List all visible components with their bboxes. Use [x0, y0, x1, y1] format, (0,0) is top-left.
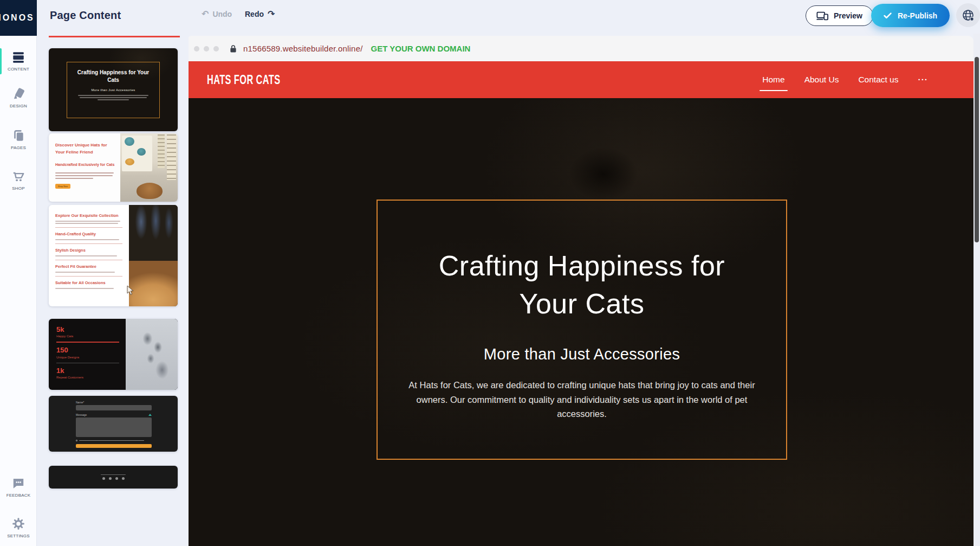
- thumb-stats-text: 5k Happy Cats 150 Unique Designs 1k Repe…: [49, 319, 126, 390]
- section-thumbnail-hero[interactable]: Crafting Happiness for Your Cats More th…: [49, 48, 178, 131]
- stat-value: 5k: [56, 326, 126, 333]
- hero-subtitle: More than Just Accessories: [484, 345, 680, 363]
- text-placeholder-line: [78, 95, 148, 96]
- sidebar-item-label: SETTINGS: [7, 534, 30, 538]
- preview-button[interactable]: Preview: [806, 5, 873, 26]
- thumb-discover-heading: Discover Unique Hats for Your Feline Fri…: [55, 142, 116, 156]
- thumb-feature-heading: Hand-Crafted Quality: [55, 232, 122, 236]
- text-placeholder-line: [55, 221, 120, 222]
- thumb-shop-now-button: Shop Now: [55, 184, 70, 189]
- page-title: Page Content: [50, 9, 121, 22]
- sidebar-item-design[interactable]: DESIGN: [0, 87, 37, 108]
- sidebar-item-label: DESIGN: [10, 104, 27, 108]
- redo-label: Redo: [245, 10, 264, 18]
- browser-bar: n1566589.websitebuilder.online/ GET YOUR…: [186, 36, 973, 61]
- social-icon: [102, 477, 105, 480]
- text-placeholder-line: [55, 272, 115, 273]
- form-submit-button: [76, 444, 152, 448]
- site-nav: Home About Us Contact us ···: [762, 75, 928, 85]
- undo-button[interactable]: ↶ Undo: [202, 10, 232, 18]
- preview-label: Preview: [834, 11, 862, 20]
- nav-item-about-us[interactable]: About Us: [804, 75, 839, 85]
- redo-button[interactable]: Redo ↷: [245, 10, 275, 18]
- thumb-stats-photo-pawprint: [126, 319, 178, 390]
- shop-cart-icon: [11, 169, 25, 183]
- photo-window: [129, 205, 178, 261]
- divider: [55, 260, 122, 260]
- domain-globe-button[interactable]: [956, 3, 980, 27]
- sidebar-item-content[interactable]: CONTENT: [0, 50, 37, 72]
- sidebar-item-label: PAGES: [11, 145, 26, 150]
- sidebar-item-label: SHOP: [12, 186, 24, 191]
- section-thumbnail-features[interactable]: Explore Our Exquisite Collection Hand-Cr…: [49, 205, 178, 306]
- section-thumbnail-discover[interactable]: Discover Unique Hats for Your Feline Fri…: [49, 133, 178, 202]
- thumb-discover-subheading: Handcrafted Exclusively for Cats: [55, 163, 115, 166]
- form-accent-icon: [148, 414, 152, 416]
- nav-item-contact-us[interactable]: Contact us: [858, 75, 898, 85]
- page-scrollbar-track[interactable]: [973, 34, 980, 546]
- browser-dot: [213, 46, 219, 52]
- site-hero-section[interactable]: Crafting Happiness for Your Cats More th…: [186, 98, 973, 546]
- lock-icon: [230, 44, 237, 53]
- form-input: [76, 405, 152, 410]
- thumb-hero-subtitle: More than Just Accessories: [91, 88, 135, 92]
- pages-icon: [11, 129, 25, 143]
- sidebar-item-shop[interactable]: SHOP: [0, 169, 37, 191]
- browser-dot: [204, 46, 209, 52]
- text-placeholder-line: [55, 175, 113, 176]
- social-icon: [115, 477, 118, 480]
- stat-value: 1k: [56, 367, 126, 375]
- get-your-own-domain-link[interactable]: GET YOUR OWN DOMAIN: [371, 44, 471, 53]
- social-icon: [109, 477, 112, 480]
- divider: [56, 342, 119, 343]
- divider: [55, 243, 122, 244]
- text-placeholder-line: [101, 474, 126, 476]
- text-placeholder-line: [55, 255, 117, 256]
- form-checkbox: [76, 440, 77, 441]
- form-textarea: [76, 417, 152, 437]
- form-field-label: Name*: [76, 401, 152, 404]
- footer-social-icons: [102, 477, 125, 480]
- text-placeholder-line: [55, 172, 114, 174]
- divider: [55, 276, 122, 277]
- nav-item-home[interactable]: Home: [762, 75, 784, 85]
- section-thumbnail-stats[interactable]: 5k Happy Cats 150 Unique Designs 1k Repe…: [49, 319, 178, 390]
- sidebar-item-settings[interactable]: SETTINGS: [0, 517, 37, 538]
- sidebar-item-pages[interactable]: PAGES: [0, 129, 37, 150]
- republish-label: Re-Publish: [898, 11, 937, 20]
- social-icon: [122, 477, 125, 480]
- stat-label: Repeat Customers: [56, 376, 126, 379]
- site-logo[interactable]: HATS FOR CATS: [207, 73, 281, 87]
- design-icon: [11, 87, 25, 101]
- photo-dish: [125, 158, 134, 165]
- feedback-bubble-icon: [11, 476, 25, 490]
- republish-button[interactable]: Re-Publish: [871, 4, 950, 27]
- text-placeholder-line: [55, 223, 118, 224]
- sidebar-item-label: FEEDBACK: [7, 493, 31, 498]
- photo-bowl: [137, 148, 146, 156]
- nav-more-menu[interactable]: ···: [918, 75, 929, 85]
- content-stack-icon: [11, 50, 25, 64]
- section-thumbnail-contact-form[interactable]: Name* Message: [49, 396, 178, 452]
- section-thumbnail-footer[interactable]: [49, 466, 178, 489]
- divider: [55, 227, 122, 228]
- text-placeholder-line: [55, 178, 93, 179]
- page-scrollbar-thumb[interactable]: [975, 57, 979, 242]
- ionos-logo[interactable]: IONOS: [0, 0, 37, 36]
- thumb-feature-heading: Stylish Designs: [55, 248, 122, 253]
- hero-selection-box[interactable]: Crafting Happiness for Your Cats More th…: [377, 200, 787, 460]
- sidebar: IONOS CONTENT DESIGN: [0, 0, 37, 546]
- globe-icon: [962, 9, 975, 22]
- sidebar-item-feedback[interactable]: FEEDBACK: [0, 476, 37, 498]
- photo-banner: [167, 134, 176, 180]
- thumb-feature-heading: Perfect Fit Guarantee: [55, 264, 122, 269]
- sidebar-item-label: CONTENT: [8, 67, 29, 72]
- hero-body-text: At Hats for Cats, we are dedicated to cr…: [406, 378, 757, 421]
- text-placeholder-line: [55, 239, 119, 240]
- browser-dot: [194, 46, 199, 52]
- devices-icon: [816, 11, 828, 21]
- undo-label: Undo: [212, 10, 232, 18]
- stat-label: Unique Designs: [56, 356, 126, 359]
- page-content-panel: Page Content Crafting Happiness for Your…: [37, 0, 189, 546]
- site-url: n1566589.websitebuilder.online/: [243, 44, 363, 53]
